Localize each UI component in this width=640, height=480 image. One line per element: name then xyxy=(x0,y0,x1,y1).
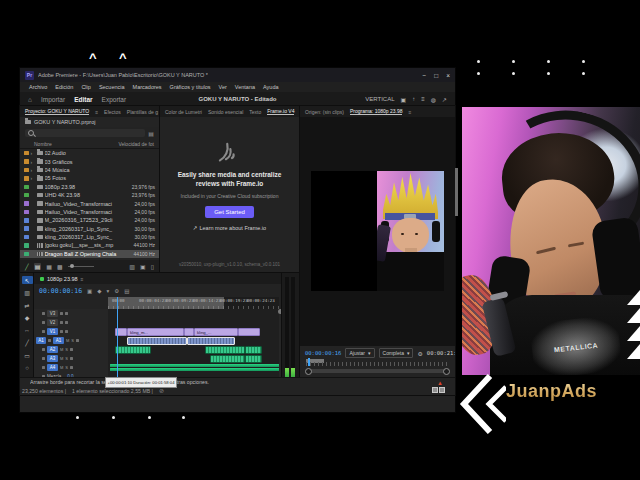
frame-icon[interactable]: ▣ xyxy=(401,96,407,103)
marker-icon[interactable]: ▾ xyxy=(106,288,109,294)
scrub-handle-left[interactable] xyxy=(305,368,312,375)
menu-ayuda[interactable]: Ayuda xyxy=(263,84,279,90)
menu-ventana[interactable]: Ventana xyxy=(235,84,255,90)
snap-icon[interactable]: ◆ xyxy=(97,288,101,294)
record-mic-icon[interactable] xyxy=(70,357,73,360)
tab-source-monitor[interactable]: Origen: (sin clips) xyxy=(305,109,344,115)
project-item[interactable]: kling_20260317_Lip_Sync_30,00 fps xyxy=(20,233,159,241)
tab-texto[interactable]: Texto xyxy=(249,109,261,115)
lock-icon[interactable] xyxy=(48,339,51,342)
list-header[interactable]: Nombre Velocidad de fot xyxy=(20,139,159,149)
tab-frameio[interactable]: Frame.io V4 xyxy=(267,108,294,115)
project-item[interactable]: kling_20260317_Lip_Sync_30,00 fps xyxy=(20,225,159,233)
timeline-list-icon[interactable]: ▤ xyxy=(124,288,129,294)
audio-clip[interactable] xyxy=(115,346,151,354)
twirl-icon[interactable]: › xyxy=(31,176,35,180)
grid-view-icon[interactable]: ▦ xyxy=(46,263,52,270)
column-nombre[interactable]: Nombre xyxy=(34,141,52,147)
track-badge[interactable]: V1 xyxy=(47,328,58,335)
list-view-icon[interactable]: ▤ xyxy=(34,263,42,270)
video-clip[interactable] xyxy=(184,328,194,336)
menu-ver[interactable]: Ver xyxy=(219,84,227,90)
menu-archivo[interactable]: Archivo xyxy=(29,84,47,90)
eye-icon[interactable] xyxy=(65,312,68,315)
eye-icon[interactable] xyxy=(65,330,68,333)
project-item[interactable]: Hailuo_Video_Transformaci24,00 fps xyxy=(20,208,159,216)
fullscreen-icon[interactable]: ↗ xyxy=(442,96,447,103)
mute-toggle[interactable]: M xyxy=(60,356,63,361)
record-mic-icon[interactable] xyxy=(76,339,79,342)
zoom-slider[interactable] xyxy=(68,266,94,267)
frameio-learn-link[interactable]: Learn more about Frame.io xyxy=(199,225,266,231)
hamburger-icon[interactable]: ≡ xyxy=(421,96,425,102)
mic-icon[interactable]: ◍ xyxy=(431,96,436,103)
lock-icon[interactable] xyxy=(42,366,45,369)
lock-icon[interactable] xyxy=(42,321,45,324)
scrub-handle-right[interactable] xyxy=(443,368,450,375)
pencil-icon[interactable]: ╱ xyxy=(25,263,29,270)
audio-clip[interactable] xyxy=(110,364,280,367)
maximize-button[interactable]: □ xyxy=(434,72,438,79)
tab-efectos[interactable]: Efectos xyxy=(104,109,121,115)
freeform-view-icon[interactable]: ▩ xyxy=(57,263,63,270)
monitor-scrubber[interactable] xyxy=(306,369,449,373)
project-item[interactable]: Hailuo_Video_Transformaci24,00 fps xyxy=(20,199,159,207)
menu-graficos[interactable]: Gráficos y títulos xyxy=(170,84,211,90)
tab-lumetri[interactable]: Color de Lumetri xyxy=(165,109,202,115)
program-monitor[interactable] xyxy=(300,117,455,346)
tab-exportar[interactable]: Exportar xyxy=(102,96,127,103)
solo-toggle[interactable]: S xyxy=(65,365,68,370)
project-item[interactable]: 1080p 23.9823,976 fps xyxy=(20,183,159,191)
tab-importar[interactable]: Importar xyxy=(41,96,65,103)
selection-tool[interactable]: ↖ xyxy=(22,276,33,284)
tab-editar[interactable]: Editar xyxy=(74,96,92,103)
sync-lock-icon[interactable] xyxy=(60,321,63,324)
timeline-tab-bar[interactable]: 1080p 23.98 ≡ xyxy=(34,273,282,284)
mute-toggle[interactable]: M xyxy=(66,338,69,343)
video-clip[interactable]: kling_... xyxy=(194,328,238,336)
tab-sonido[interactable]: Sonido esencial xyxy=(208,109,243,115)
timeline-tab[interactable]: 1080p 23.98 xyxy=(47,276,78,282)
ripple-edit-tool[interactable]: ⇄ xyxy=(22,301,33,309)
quality-dropdown[interactable]: Completa ▾ xyxy=(379,348,414,358)
home-icon[interactable]: ⌂ xyxy=(28,96,32,103)
settings-icon[interactable]: ⚙ xyxy=(417,350,422,357)
track-badge[interactable]: A1 xyxy=(53,337,64,344)
video-clip[interactable]: kling_m... xyxy=(127,328,184,336)
fit-dropdown[interactable]: Ajustar ▾ xyxy=(345,348,374,358)
audio-clip[interactable] xyxy=(110,368,280,371)
project-item[interactable]: › 03 Gráficos xyxy=(20,157,159,165)
mute-toggle[interactable]: M xyxy=(60,365,63,370)
new-item-icon[interactable]: ▣ xyxy=(140,263,146,270)
new-bin-icon[interactable]: ▥ xyxy=(129,263,135,270)
record-mic-icon[interactable] xyxy=(70,366,73,369)
track-badge[interactable]: V2 xyxy=(47,319,58,326)
sync-lock-icon[interactable] xyxy=(60,312,63,315)
panel-menu-icon[interactable]: ≡ xyxy=(81,276,84,282)
track-select-tool[interactable]: ▥ xyxy=(22,289,33,297)
video-clip[interactable] xyxy=(238,328,260,336)
track-badge[interactable]: A4 xyxy=(47,364,58,371)
hand-tool[interactable]: ▭ xyxy=(22,351,33,359)
eye-icon[interactable] xyxy=(65,321,68,324)
panel-menu-icon[interactable]: ≡ xyxy=(95,109,98,115)
nest-icon[interactable]: ▣ xyxy=(87,288,92,294)
panel-menu-icon[interactable]: ≡ xyxy=(408,109,411,115)
get-started-button[interactable]: Get Started xyxy=(205,206,254,218)
monitor-playhead[interactable] xyxy=(308,358,310,366)
minimize-button[interactable]: − xyxy=(422,72,426,79)
twirl-icon[interactable]: › xyxy=(31,151,35,155)
trash-icon[interactable]: ▯ xyxy=(151,263,154,270)
work-area-bar[interactable] xyxy=(108,297,224,309)
project-item[interactable]: › 05 Fotos xyxy=(20,174,159,182)
record-mic-icon[interactable] xyxy=(70,348,73,351)
audio-clip[interactable] xyxy=(245,355,262,363)
tab-program-monitor[interactable]: Programa: 1080p 23.98 xyxy=(350,108,403,115)
timeline-timecode[interactable]: 00:00:00:16 xyxy=(39,287,82,295)
bin-breadcrumb[interactable]: GOKU Y NARUTO.prproj xyxy=(34,119,95,125)
audio-clip[interactable] xyxy=(205,346,245,354)
audio-clip[interactable] xyxy=(210,355,245,363)
menu-secuencia[interactable]: Secuencia xyxy=(99,84,125,90)
project-item[interactable]: › 04 Música xyxy=(20,166,159,174)
menu-edicion[interactable]: Edición xyxy=(55,84,73,90)
